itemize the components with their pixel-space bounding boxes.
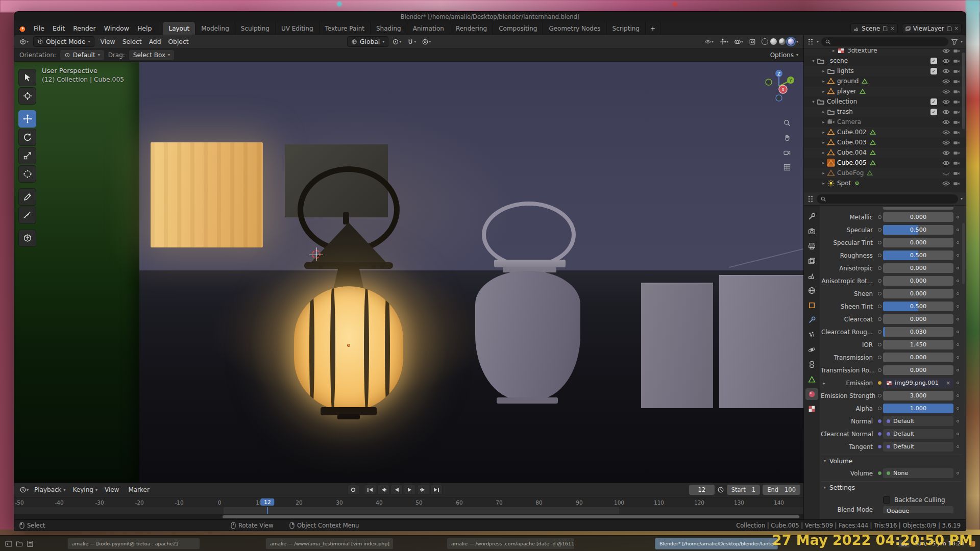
value-slider[interactable]: 0.000 [883,289,953,298]
hide-in-viewport-icon[interactable] [942,180,950,187]
tool-select-box[interactable] [18,69,36,86]
shading-rendered-button[interactable] [788,38,794,45]
window-titlebar[interactable]: Blender* [/home/amalie/Desktop/blender/l… [14,12,966,22]
tool-transform[interactable] [18,165,36,183]
remove-viewlayer-icon[interactable]: × [954,26,959,31]
shading-wireframe-button[interactable] [762,38,768,45]
value-slider[interactable]: 0.500 [883,302,953,311]
disable-in-renders-icon[interactable] [952,78,961,85]
timeline-editor-type-button[interactable]: ▾ [17,485,31,495]
socket-icon[interactable] [876,419,883,423]
outliner-row[interactable]: ▸ CubeFog ✓ [804,168,966,178]
outliner-row[interactable]: ▸ Cube.003 ✓ [804,137,966,147]
filter-dropdown-icon[interactable]: ▾ [961,39,963,44]
value-slider[interactable]: 0.000 [883,353,953,362]
object-visibility-dropdown[interactable]: ▾ [702,36,716,47]
outliner-row[interactable]: ▸ lights ✓ [804,66,966,76]
ptab-output[interactable] [805,240,818,252]
hide-in-viewport-icon[interactable] [942,88,950,95]
workspace-tab[interactable]: Modeling [195,22,235,35]
disclosure-icon[interactable]: ▸ [820,150,827,155]
outliner-row[interactable]: ▸ Spot ✓ [804,178,966,188]
disable-in-renders-icon[interactable] [952,108,961,116]
socket-icon[interactable] [876,381,883,385]
play-reverse-button[interactable] [390,485,403,495]
transform-orientation-dropdown[interactable]: Global▾ [347,36,388,47]
decorator-dot[interactable] [953,433,962,435]
new-viewlayer-icon[interactable] [946,26,952,32]
socket-icon[interactable] [876,317,883,321]
decorator-dot[interactable] [953,292,962,295]
playhead-marker[interactable]: 12 [260,498,274,506]
hide-in-viewport-icon[interactable] [942,108,950,116]
collection-checkbox[interactable]: ✓ [930,58,937,64]
jump-to-end-button[interactable] [430,485,443,495]
blend-mode-dropdown[interactable]: Opaque [883,506,953,513]
tool-scale[interactable] [18,147,36,164]
disable-in-renders-icon[interactable] [952,169,961,177]
disclosure-icon[interactable]: ▸ [830,48,837,53]
disable-in-renders-icon[interactable] [952,180,961,187]
socket-icon[interactable] [876,279,883,283]
hide-in-viewport-icon[interactable] [942,118,950,126]
outliner-search-input[interactable] [821,37,948,46]
taskbar-window-button[interactable]: Blender* [/home/amalie/Desktop/blender/l… [655,538,778,549]
3d-viewport[interactable]: User Perspective (12) Collection | Cube.… [14,62,803,483]
hide-in-viewport-icon[interactable] [942,169,950,177]
decorator-dot[interactable] [953,305,962,308]
socket-icon[interactable] [876,394,883,397]
ptab-texture[interactable] [805,403,818,415]
shading-solid-button[interactable] [770,38,777,45]
timeline-scrollbar-track[interactable] [14,514,803,519]
filter-funnel-icon[interactable] [951,38,958,45]
ptab-world[interactable] [805,285,818,296]
outliner-row[interactable]: ▸ 3dtexture ✓ [804,48,966,56]
hide-in-viewport-icon[interactable] [942,139,950,146]
snap-toggle[interactable]: ▾ [405,36,418,47]
socket-icon[interactable] [876,343,883,346]
collection-checkbox[interactable]: ✓ [930,68,937,74]
value-slider[interactable]: 0.000 [883,263,953,273]
emission-texture-field[interactable]: img99.png.001 × [883,378,953,388]
workspace-tab[interactable]: + [646,22,660,35]
decorator-dot[interactable] [953,407,962,410]
backface-culling-checkbox[interactable] [883,496,890,504]
decorator-dot[interactable] [953,420,962,422]
value-slider[interactable]: 0.500 [883,225,953,235]
socket-icon[interactable] [876,292,883,295]
value-slider[interactable]: 0.000 [883,212,953,222]
play-button[interactable] [404,485,416,495]
blender-menu-button[interactable] [14,22,30,35]
tool-add-cube[interactable] [18,230,36,247]
tool-move[interactable] [18,110,36,128]
orthographic-grid-icon[interactable] [783,163,791,171]
overlays-dropdown[interactable]: ▾ [732,36,745,47]
outliner-row[interactable]: ▸ trash ✓ [804,107,966,117]
previous-keyframe-button[interactable] [377,485,389,495]
taskbar-window-button[interactable]: amalie — /wordpress .com/apache [date -d… [447,538,575,549]
tool-cursor[interactable] [18,87,36,105]
ptab-render[interactable] [805,226,818,237]
disclosure-icon[interactable]: ▸ [820,160,827,165]
new-scene-icon[interactable] [882,26,888,32]
hide-in-viewport-icon[interactable] [942,149,950,157]
expand-icon[interactable]: ▸ [823,381,825,386]
decorator-dot[interactable] [953,369,962,371]
workspace-tab[interactable]: Geometry Nodes [543,22,606,35]
unlink-texture-icon[interactable]: × [946,380,950,386]
mode-dropdown[interactable]: Object Mode▾ [33,36,94,47]
decorator-dot[interactable] [953,445,962,448]
decorator-dot[interactable] [953,267,962,269]
taskbar-window-button[interactable]: amalie — /www/ama_testimonial [vim index… [265,538,394,549]
topbar-menu[interactable]: File [30,22,48,35]
topbar-menu[interactable]: Edit [48,22,69,35]
disclosure-icon[interactable]: ▸ [820,181,827,186]
collection-checkbox[interactable]: ✓ [930,109,937,115]
next-keyframe-button[interactable] [417,485,429,495]
disable-in-renders-icon[interactable] [952,67,961,75]
outliner-row[interactable]: ▸ Cube.002 ✓ [804,127,966,137]
decorator-dot[interactable] [953,280,962,282]
shading-material-button[interactable] [779,38,786,45]
viewport-menu[interactable]: View [97,38,119,45]
disable-in-renders-icon[interactable] [952,48,961,55]
